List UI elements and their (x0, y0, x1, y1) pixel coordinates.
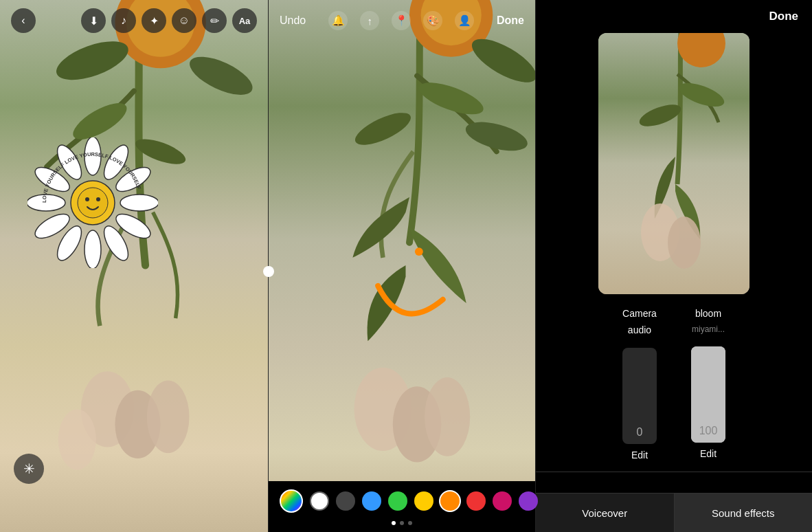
page-indicators (269, 521, 535, 532)
location-icon[interactable]: 📍 (392, 11, 411, 30)
svg-point-5 (147, 380, 190, 453)
snowflake-button[interactable]: ✳ (14, 454, 44, 484)
eyedropper-button[interactable] (280, 489, 303, 513)
daisy-sticker[interactable]: LOVE YOURSELF LOVE YOURSELF LOVE YOURSEL… (27, 137, 158, 268)
music-audio-slider[interactable]: 100 (688, 340, 729, 443)
palette-icon[interactable]: 🎨 (423, 11, 442, 30)
page-dot-2 (400, 521, 404, 525)
panel2-done-button[interactable]: Done (497, 14, 524, 27)
color-pink[interactable] (493, 491, 512, 511)
page-dot-3 (408, 521, 412, 525)
color-picker-row (269, 481, 535, 521)
music-audio-sublabel: miyami... (692, 324, 725, 334)
svg-point-17 (84, 230, 101, 268)
music-audio-value: 100 (691, 425, 725, 437)
panel3-header: Done (536, 0, 812, 33)
sound-effects-button[interactable]: Sound effects (675, 494, 813, 532)
color-blue[interactable] (362, 491, 381, 511)
upload-icon[interactable]: ↑ (360, 11, 379, 30)
voiceover-button[interactable]: Voiceover (536, 494, 675, 532)
svg-point-14 (120, 195, 158, 211)
panel-audio: Done (536, 0, 812, 532)
svg-point-25 (85, 197, 89, 201)
camera-audio-value: 0 (622, 426, 657, 439)
page-dot-1 (392, 521, 396, 525)
camera-audio-slider[interactable]: 0 (619, 341, 660, 444)
camera-audio-track-visual: 0 (622, 348, 657, 444)
panel-draw: Undo 🔔 ↑ 📍 🎨 👤 Done (268, 0, 536, 532)
music-button[interactable]: ♪ (111, 8, 136, 33)
text-button[interactable]: Aa (232, 8, 257, 33)
person-icon[interactable]: 👤 (455, 11, 474, 30)
music-audio-track-visual: 100 (691, 346, 725, 443)
color-white[interactable] (310, 491, 329, 511)
panel2-bottom-bar (269, 481, 535, 532)
svg-point-33 (425, 377, 470, 456)
panel3-footer: Voiceover Sound effects (536, 493, 812, 532)
draw-button[interactable]: ✏ (202, 8, 227, 33)
camera-audio-track: Camera audio 0 Edit (619, 308, 660, 461)
audio-controls: Camera audio 0 Edit bloom miyami... 100 … (536, 308, 812, 472)
svg-point-24 (78, 188, 108, 218)
music-audio-label: bloom (695, 308, 721, 319)
footer-divider (536, 472, 812, 472)
color-dark-gray[interactable] (336, 491, 355, 511)
notification-icon[interactable]: 🔔 (328, 11, 348, 30)
panel-edit-clips: LOVE YOURSELF LOVE YOURSELF LOVE YOURSEL… (0, 0, 268, 532)
svg-point-44 (668, 217, 701, 269)
color-green[interactable] (388, 491, 407, 511)
panel3-preview[interactable] (598, 33, 749, 294)
panel3-done-button[interactable]: Done (769, 10, 799, 23)
undo-button[interactable]: Undo (280, 14, 306, 27)
panel2-edge-dot (263, 266, 274, 277)
svg-point-6 (58, 409, 96, 469)
color-orange[interactable] (440, 491, 460, 511)
sticker-button[interactable]: ☺ (172, 8, 196, 33)
download-button[interactable]: ⬇ (81, 8, 106, 33)
music-audio-edit-button[interactable]: Edit (700, 448, 717, 459)
panel1-toolbar: ‹ ⬇ ♪ ✦ ☺ ✏ Aa (0, 8, 268, 33)
sparkle-button[interactable]: ✦ (142, 8, 166, 33)
camera-audio-sublabel: audio (628, 324, 651, 335)
camera-audio-edit-button[interactable]: Edit (631, 450, 648, 461)
color-yellow[interactable] (414, 491, 433, 511)
svg-point-26 (96, 197, 100, 201)
camera-audio-label: Camera (622, 308, 657, 319)
color-red[interactable] (466, 491, 486, 511)
music-audio-track: bloom miyami... 100 Edit (688, 308, 729, 461)
color-purple[interactable] (519, 491, 538, 511)
panel2-icon-group: 🔔 ↑ 📍 🎨 👤 (328, 11, 474, 30)
back-button[interactable]: ‹ (11, 8, 36, 33)
toolbar-icons: ⬇ ♪ ✦ ☺ ✏ Aa (81, 8, 257, 33)
panel2-toolbar: Undo 🔔 ↑ 📍 🎨 👤 Done (269, 0, 535, 41)
